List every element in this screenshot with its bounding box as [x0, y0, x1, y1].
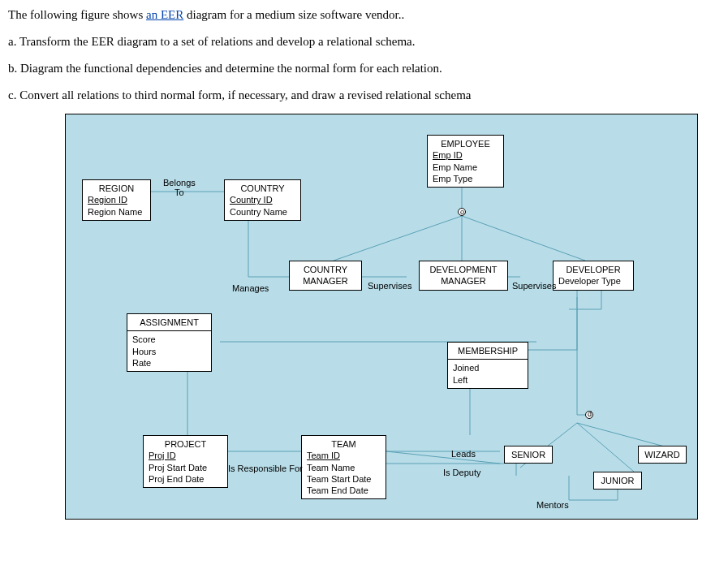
entity-employee: EMPLOYEE Emp ID Emp Name Emp Type: [427, 135, 504, 188]
eer-diagram: EMPLOYEE Emp ID Emp Name Emp Type REGION…: [65, 114, 698, 520]
entity-team-attr2: Team Start Date: [307, 473, 381, 485]
problem-text: The following figure shows an EER diagra…: [8, 6, 720, 104]
entity-project-name: PROJECT: [149, 438, 222, 450]
part-b: b. Diagram the functional dependencies a…: [8, 60, 720, 77]
entity-assignment: ASSIGNMENT Score Hours Rate: [127, 313, 212, 372]
entity-team-attr3: Team End Date: [307, 485, 381, 496]
entity-developer: DEVELOPER Developer Type: [553, 261, 634, 291]
entity-development-manager: DEVELOPMENT MANAGER: [419, 261, 508, 291]
supertype-o-label: o: [460, 208, 464, 216]
intro-line: The following figure shows an EER diagra…: [8, 6, 720, 24]
rel-supervises1: Supervises: [368, 281, 411, 291]
eer-link[interactable]: an EER: [146, 8, 183, 21]
entity-country-manager: COUNTRY MANAGER: [289, 261, 362, 291]
rel-mentors: Mentors: [536, 500, 569, 510]
entity-team: TEAM Team ID Team Name Team Start Date T…: [301, 435, 386, 499]
entity-membership: MEMBERSHIP Joined Left: [447, 342, 528, 389]
rel-belongs-to: Belongs To: [163, 178, 196, 197]
entity-team-key: Team ID: [307, 450, 381, 461]
intro-text: The following figure shows: [8, 8, 146, 21]
entity-project: PROJECT Proj ID Proj Start Date Proj End…: [143, 435, 228, 488]
entity-employee-key: Emp ID: [433, 149, 498, 161]
rel-leads: Leads: [451, 449, 476, 459]
entity-project-attr2: Proj End Date: [149, 473, 222, 485]
svg-line-19: [577, 423, 634, 472]
entity-senior: SENIOR: [504, 446, 553, 464]
entity-region-attr1: Region Name: [88, 206, 145, 218]
rel-supervises2: Supervises: [512, 281, 556, 291]
entity-project-key: Proj ID: [149, 450, 222, 461]
entity-region-key: Region ID: [88, 194, 145, 205]
svg-line-24: [386, 451, 500, 464]
rel-is-deputy: Is Deputy: [443, 468, 480, 477]
rel-is-responsible-for: Is Responsible For: [228, 464, 303, 473]
entity-region-name: REGION: [88, 183, 145, 194]
part-c: c. Convert all relations to third normal…: [8, 87, 720, 104]
svg-line-6: [334, 216, 462, 261]
entity-junior: JUNIOR: [593, 472, 642, 490]
entity-assignment-attr3: Rate: [132, 357, 206, 369]
entity-membership-name: MEMBERSHIP: [448, 343, 528, 360]
entity-wizard: WIZARD: [638, 446, 687, 464]
entity-country-key: Country ID: [230, 194, 295, 205]
entity-developer-attr1: Developer Type: [558, 275, 628, 287]
entity-membership-attr1: Joined: [453, 362, 523, 373]
entity-country-name: COUNTRY: [230, 183, 295, 194]
entity-project-attr1: Proj Start Date: [149, 462, 222, 473]
entity-region: REGION Region ID Region Name: [82, 179, 151, 221]
entity-country-attr1: Country Name: [230, 206, 295, 218]
subtype-d-label: d: [588, 410, 592, 418]
entity-employee-attr2: Emp Type: [433, 173, 498, 184]
entity-employee-attr1: Emp Name: [433, 162, 498, 173]
intro-tail: diagram for a medium size software vendo…: [183, 8, 404, 21]
entity-membership-attr2: Left: [453, 374, 523, 386]
entity-team-name: TEAM: [307, 438, 381, 450]
entity-employee-name: EMPLOYEE: [433, 138, 498, 149]
part-a: a. Transform the EER diagram to a set of…: [8, 33, 720, 50]
rel-manages: Manages: [232, 283, 269, 293]
entity-assignment-attr2: Hours: [132, 346, 206, 357]
entity-developer-name: DEVELOPER: [558, 264, 628, 275]
entity-assignment-name: ASSIGNMENT: [127, 314, 211, 331]
svg-line-7: [462, 216, 585, 261]
entity-team-attr1: Team Name: [307, 462, 381, 473]
entity-assignment-attr1: Score: [132, 334, 206, 345]
entity-country: COUNTRY Country ID Country Name: [224, 179, 301, 221]
